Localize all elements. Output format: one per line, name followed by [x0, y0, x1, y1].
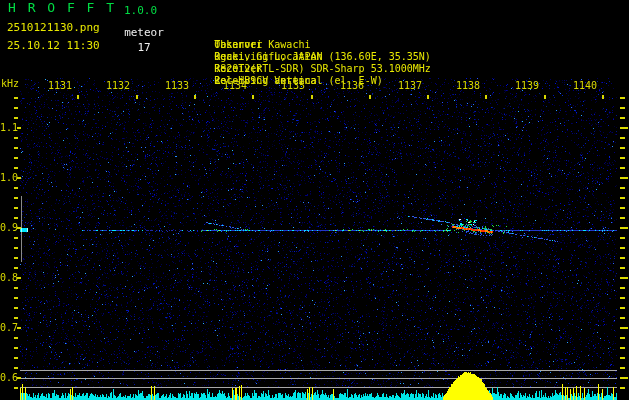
- output-filename: 2510121130.png: [7, 22, 100, 34]
- x-tick-label: 1131: [45, 80, 75, 92]
- y-axis-unit-label: kHz: [1, 78, 19, 90]
- meteor-count: 17: [122, 42, 166, 54]
- x-tick-label: 1134: [220, 80, 250, 92]
- y-tick-label: 1.0: [0, 172, 17, 184]
- x-tick-label: 1135: [278, 80, 308, 92]
- x-tick-label: 1132: [103, 80, 133, 92]
- x-tick-label: 1136: [337, 80, 367, 92]
- x-tick-label: 1133: [162, 80, 192, 92]
- y-tick-label: 0.7: [0, 322, 17, 334]
- x-tick-label: 1138: [453, 80, 483, 92]
- app-version: 1.0.0: [124, 5, 157, 17]
- y-tick-label: 0.8: [0, 272, 17, 284]
- x-tick-label: 1140: [570, 80, 600, 92]
- y-tick-label: 1.1: [0, 122, 17, 134]
- app-title: H R O F F T: [8, 2, 116, 14]
- y-tick-label: 0.9: [0, 222, 17, 234]
- info-value: Takanori Kawachi: [214, 39, 310, 51]
- mode-label: meteor: [122, 27, 166, 39]
- x-tick-label: 1137: [395, 80, 425, 92]
- info-value: Ogaki, Gifu, JAPAN (136.60E, 35.35N): [214, 51, 431, 63]
- x-tick-label: 1139: [512, 80, 542, 92]
- info-value: R820T2(RTL-SDR) SDR-Sharp 53.1000MHz: [214, 63, 431, 75]
- datetime-label: 25.10.12 11:30: [7, 40, 100, 52]
- station-info-block: Observer:Takanori Kawachi Receiving Loca…: [178, 3, 202, 75]
- hrofft-screen: H R O F F T 1.0.0 2510121130.png meteor …: [0, 0, 629, 400]
- y-tick-label: 0.6: [0, 372, 17, 384]
